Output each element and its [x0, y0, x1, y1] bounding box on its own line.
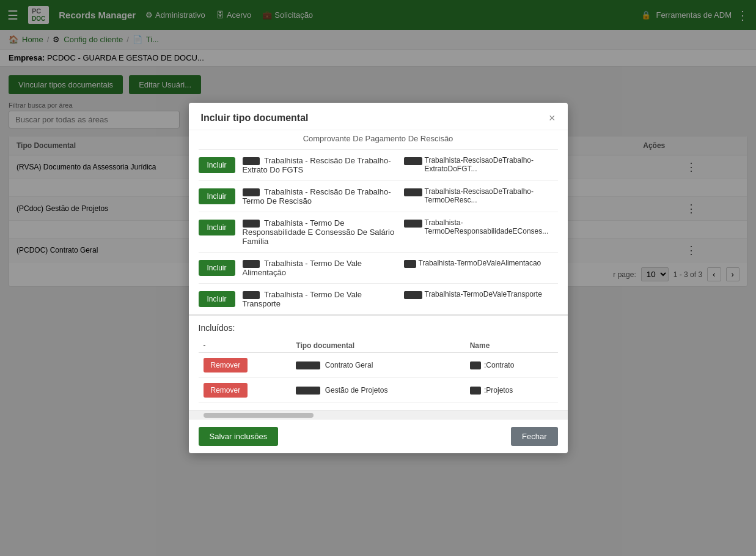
item-code-block-2	[243, 188, 260, 196]
list-item: Incluir Trabalhista - Rescisão De Trabal…	[199, 150, 558, 181]
item-code-4: Trabalhista-TermoDeValeAlimentacao	[404, 259, 558, 268]
item-code-5: Trabalhista-TermoDeValeTransporte	[404, 290, 558, 299]
incluir-modal: Incluir tipo documental × Comprovante De…	[189, 103, 568, 313]
item-name-5: Trabalhista - Termo De Vale Transporte	[243, 290, 397, 308]
modal-header: Incluir tipo documental ×	[189, 103, 568, 130]
code-block-icon-1	[404, 157, 422, 165]
partial-item: Comprovante De Pagamento De Rescisão	[199, 130, 558, 150]
modal-items-list: Comprovante De Pagamento De Rescisão Inc…	[189, 130, 568, 313]
modal-overlay: Incluir tipo documental × Comprovante De…	[0, 0, 756, 313]
item-code-1: Trabalhista-RescisaoDeTrabalho-ExtratoDo…	[404, 156, 558, 173]
modal-close-button[interactable]: ×	[549, 113, 556, 124]
list-item: Incluir Trabalhista - Termo De Vale Alim…	[199, 253, 558, 284]
item-code-block-1	[243, 157, 260, 165]
partial-item-name: Comprovante De Pagamento De Rescisão	[303, 134, 453, 143]
modal-title: Incluir tipo documental	[201, 113, 309, 124]
list-item: Incluir Trabalhista - Termo De Responsab…	[199, 212, 558, 253]
incluir-button-3[interactable]: Incluir	[199, 220, 235, 235]
code-block-icon-5	[404, 291, 422, 299]
code-block-icon-2	[404, 188, 422, 196]
code-block-icon-4	[404, 260, 416, 268]
item-code-block-4	[243, 260, 260, 268]
incluir-button-4[interactable]: Incluir	[199, 260, 235, 276]
item-code-3: Trabalhista-TermoDeResponsabilidadeECons…	[404, 218, 558, 235]
incluir-button-2[interactable]: Incluir	[199, 188, 235, 204]
item-name-4: Trabalhista - Termo De Vale Alimentação	[243, 259, 397, 277]
code-block-icon-3	[404, 220, 422, 228]
list-item: Incluir Trabalhista - Rescisão De Trabal…	[199, 181, 558, 212]
item-code-block-5	[243, 291, 260, 299]
item-code-block-3	[243, 220, 260, 228]
item-name-3: Trabalhista - Termo De Responsabilidade …	[243, 218, 397, 246]
item-code-2: Trabalhista-RescisaoDeTrabalho-TermoDeRe…	[404, 187, 558, 204]
list-item: Incluir Trabalhista - Termo De Vale Tran…	[199, 284, 558, 313]
item-name-2: Trabalhista - Rescisão De Trabalho-Termo…	[243, 187, 397, 206]
modal-body: Comprovante De Pagamento De Rescisão Inc…	[189, 130, 568, 313]
item-name-1: Trabalhista - Rescisão De Trabalho-Extra…	[243, 156, 397, 174]
incluir-button-1[interactable]: Incluir	[199, 157, 235, 173]
incluir-button-5[interactable]: Incluir	[199, 291, 235, 307]
